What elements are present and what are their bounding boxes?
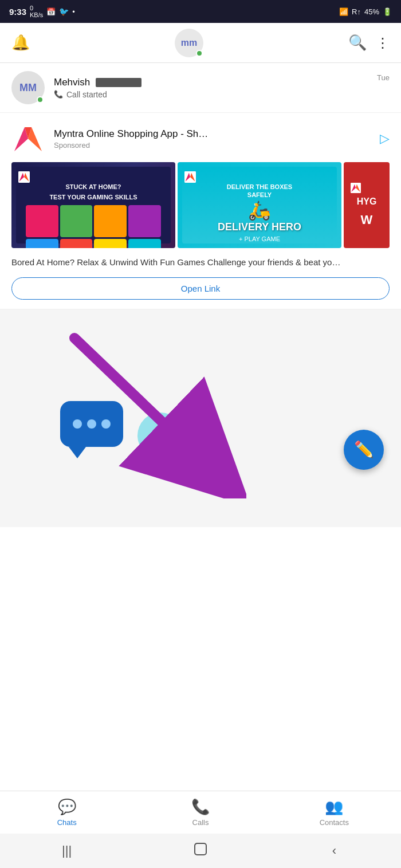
phone-icon: 📞 — [54, 90, 63, 99]
app-bar: 🔔 mm 🔍 ⋮ — [0, 23, 401, 63]
ad-img1-bottom: TEST YOUR GAMING SKILLS — [49, 193, 137, 201]
avatar-initials: MM — [19, 82, 37, 94]
battery-level: 45% — [364, 7, 379, 16]
ad-img1-text: STUCK AT HOME? TEST YOUR GAMING SKILLS — [49, 183, 137, 202]
search-icon[interactable]: 🔍 — [348, 34, 367, 52]
nav-item-calls[interactable]: 📞 Calls — [133, 798, 267, 827]
ad-img1-top: STUCK AT HOME? — [49, 183, 137, 191]
ad-title: Myntra Online Shopping App - Sh… — [54, 128, 371, 140]
ad-section: Myntra Online Shopping App - Sh… Sponsor… — [0, 113, 401, 309]
chat-avatar-mm: MM — [11, 71, 45, 104]
chats-label: Chats — [57, 818, 77, 827]
ad-header-info: Myntra Online Shopping App - Sh… Sponsor… — [54, 128, 371, 150]
status-bar: 9:33 0KB/s 📅 🐦 • 📶 R↑ 45% 🔋 — [0, 0, 401, 23]
chat-online-dot — [37, 96, 44, 103]
calendar-icon: 📅 — [46, 7, 56, 16]
chat-info: Mehvish 📞 Call started — [54, 77, 368, 99]
ad-img2-top2: SAFELY — [227, 191, 292, 199]
calls-icon: 📞 — [191, 798, 210, 816]
signal-icon: R↑ — [352, 7, 361, 16]
more-options-icon[interactable]: ⋮ — [376, 35, 390, 51]
notification-icon[interactable]: 🔔 — [11, 34, 30, 52]
sys-nav-menu[interactable]: ||| — [50, 839, 84, 862]
calls-label: Calls — [192, 818, 209, 827]
wifi-icon: 📶 — [339, 7, 348, 16]
ad-image-2[interactable]: DELIVER THE BOXES SAFELY 🛵 DELIVERY HERO… — [178, 162, 341, 248]
nav-item-chats[interactable]: 💬 Chats — [0, 798, 133, 827]
chat-name-text: Mehvish — [54, 77, 90, 88]
ad-img2-deliver: DELIVER THE BOXES SAFELY — [227, 183, 292, 199]
chat-item-mehvish[interactable]: MM Mehvish 📞 Call started Tue — [0, 63, 401, 113]
ad-play-icon[interactable]: ▷ — [380, 131, 390, 146]
ad-sponsored: Sponsored — [54, 141, 371, 150]
chat-time: Tue — [377, 71, 390, 82]
ad-image-1[interactable]: STUCK AT HOME? TEST YOUR GAMING SKILLS — [11, 162, 175, 248]
online-indicator — [196, 50, 203, 57]
dot-indicator: • — [72, 7, 75, 16]
ad-image-3[interactable]: HYG W — [344, 162, 390, 248]
battery-icon: 🔋 — [383, 7, 392, 16]
contacts-label: Contacts — [320, 818, 349, 827]
user-avatar[interactable]: mm — [175, 29, 203, 57]
ad-img2-top: DELIVER THE BOXES — [227, 183, 292, 191]
open-link-button[interactable]: Open Link — [11, 277, 390, 300]
app-bar-center: mm — [175, 29, 203, 57]
sys-nav-home[interactable] — [183, 839, 218, 862]
chat-preview-text: Call started — [66, 90, 107, 99]
ad-logo — [11, 122, 45, 155]
avatar-text: mm — [181, 38, 197, 48]
myntra-logo-svg — [12, 123, 44, 155]
chats-icon: 💬 — [58, 798, 76, 816]
empty-area: ✏️ — [0, 309, 401, 527]
ad-description: Bored At Home? Relax & Unwind With Fun G… — [11, 256, 390, 269]
status-time: 9:33 — [9, 7, 26, 17]
status-right: 📶 R↑ 45% 🔋 — [339, 7, 392, 16]
bottom-nav: 💬 Chats 📞 Calls 👥 Contacts — [0, 791, 401, 834]
chat-name-redacted — [96, 78, 141, 87]
compose-icon: ✏️ — [354, 440, 374, 459]
chat-name: Mehvish — [54, 77, 368, 88]
purple-arrow — [29, 327, 246, 498]
twitter-icon: 🐦 — [59, 7, 69, 16]
home-icon — [192, 841, 209, 861]
svg-rect-20 — [195, 843, 206, 855]
nav-item-contacts[interactable]: 👥 Contacts — [268, 798, 401, 827]
network-speed: 0KB/s — [30, 5, 43, 18]
delivery-hero-text: DELIVERY HERO — [218, 221, 301, 234]
chat-preview: 📞 Call started — [54, 90, 368, 99]
status-left: 9:33 0KB/s 📅 🐦 • — [9, 5, 75, 18]
ad-img3-text: HYG — [357, 197, 377, 207]
ad-header: Myntra Online Shopping App - Sh… Sponsor… — [11, 122, 390, 155]
back-icon: ‹ — [332, 843, 336, 858]
sys-nav-back[interactable]: ‹ — [317, 839, 351, 862]
menu-icon: ||| — [62, 843, 72, 858]
contacts-icon: 👥 — [325, 798, 343, 816]
compose-fab-button[interactable]: ✏️ — [344, 430, 384, 470]
play-game-text: + PLAY GAME — [239, 235, 280, 242]
ad-images: STUCK AT HOME? TEST YOUR GAMING SKILLS — [11, 162, 390, 248]
svg-line-19 — [74, 338, 206, 464]
system-nav-bar: ||| ‹ — [0, 834, 401, 868]
